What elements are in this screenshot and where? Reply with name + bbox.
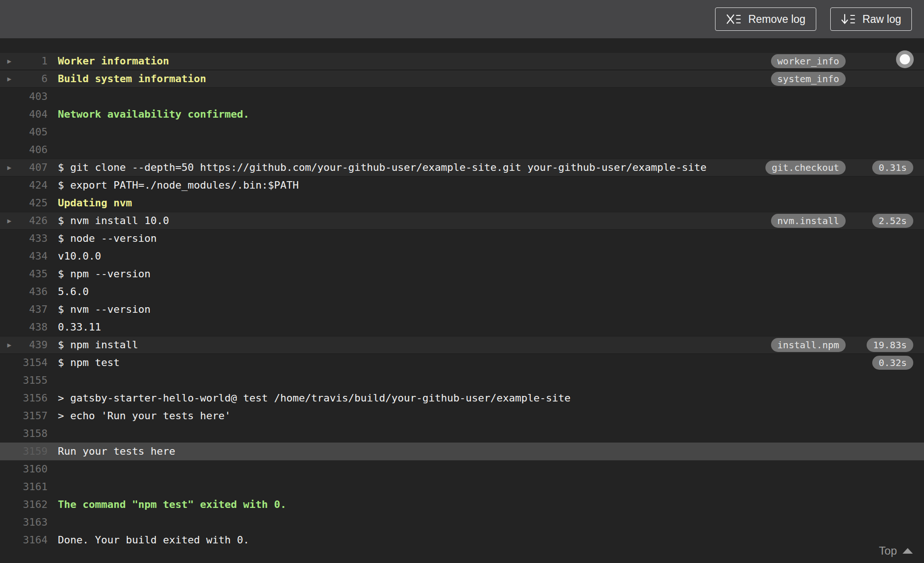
log-row: ▶439$ npm installinstall.npm19.83s xyxy=(0,336,924,354)
log-text: v10.0.0 xyxy=(58,247,711,265)
line-number[interactable]: 433 xyxy=(19,230,48,247)
log-row: 4365.6.0 xyxy=(0,283,924,301)
caret-up-icon xyxy=(903,548,913,554)
line-number[interactable]: 3163 xyxy=(19,514,48,531)
log-text: $ git clone --depth=50 https://github.co… xyxy=(58,159,711,176)
line-number[interactable]: 3158 xyxy=(19,425,48,443)
log-text: $ nvm install 10.0 xyxy=(58,212,711,230)
line-number[interactable]: 434 xyxy=(19,247,48,265)
log-row: 437$ nvm --version xyxy=(0,301,924,318)
log-row: 3156> gatsby-starter-hello-world@ test /… xyxy=(0,389,924,407)
line-number[interactable]: 3160 xyxy=(19,460,48,478)
log-row: 424$ export PATH=./node_modules/.bin:$PA… xyxy=(0,176,924,194)
line-number[interactable]: 403 xyxy=(19,88,48,106)
fold-toggle-icon[interactable]: ▶ xyxy=(0,212,19,230)
log-row: 3158 xyxy=(0,425,924,443)
stage-tag-badge: install.npm xyxy=(771,338,846,352)
log-row: ▶426$ nvm install 10.0nvm.install2.52s xyxy=(0,212,924,230)
line-number[interactable]: 424 xyxy=(19,176,48,194)
line-number[interactable]: 3154 xyxy=(19,354,48,372)
log-text: The command "npm test" exited with 0. xyxy=(58,496,711,514)
line-number[interactable]: 3155 xyxy=(19,372,48,389)
remove-log-label: Remove log xyxy=(748,13,806,26)
log-row: 4380.33.11 xyxy=(0,318,924,336)
line-number[interactable]: 3159 xyxy=(19,443,48,460)
download-log-list-icon xyxy=(841,13,856,25)
fold-toggle-icon[interactable]: ▶ xyxy=(0,52,19,70)
duration-badge: 0.32s xyxy=(872,356,913,370)
log-row: 3162The command "npm test" exited with 0… xyxy=(0,496,924,514)
log-text: Worker information xyxy=(58,52,711,70)
line-number[interactable]: 435 xyxy=(19,265,48,283)
fold-toggle-icon[interactable]: ▶ xyxy=(0,159,19,176)
stage-tag-badge: system_info xyxy=(771,72,846,86)
log-row: 3157> echo 'Run your tests here' xyxy=(0,407,924,425)
stage-tag-badge: git.checkout xyxy=(765,161,846,175)
top-link-label: Top xyxy=(879,544,897,557)
line-number[interactable]: 439 xyxy=(19,336,48,354)
line-number[interactable]: 406 xyxy=(19,141,48,159)
log-text: > echo 'Run your tests here' xyxy=(58,407,711,425)
log-row: 3154$ npm test0.32s xyxy=(0,354,924,372)
duration-badge: 19.83s xyxy=(867,338,913,352)
line-number[interactable]: 425 xyxy=(19,194,48,212)
log-text: > gatsby-starter-hello-world@ test /home… xyxy=(58,389,711,407)
scroll-position-dot xyxy=(900,54,910,64)
line-number[interactable]: 436 xyxy=(19,283,48,301)
duration-badge: 0.31s xyxy=(872,161,913,175)
line-number[interactable]: 3162 xyxy=(19,496,48,514)
line-number[interactable]: 407 xyxy=(19,159,48,176)
line-number[interactable]: 3157 xyxy=(19,407,48,425)
log-toolbar: Remove log Raw log xyxy=(0,0,924,38)
log-row: ▶1Worker informationworker_info xyxy=(0,52,924,70)
line-number[interactable]: 438 xyxy=(19,318,48,336)
fold-toggle-icon[interactable]: ▶ xyxy=(0,70,19,88)
scroll-to-top-link[interactable]: Top xyxy=(879,544,913,557)
log-text: $ npm test xyxy=(58,354,711,372)
log-text: $ nvm --version xyxy=(58,301,711,318)
stage-tag-badge: nvm.install xyxy=(771,214,846,228)
log-row: 404Network availability confirmed. xyxy=(0,106,924,123)
remove-log-button[interactable]: Remove log xyxy=(715,7,816,31)
log-row: 3160 xyxy=(0,460,924,478)
log-row: ▶407$ git clone --depth=50 https://githu… xyxy=(0,159,924,176)
log-row: 433$ node --version xyxy=(0,230,924,247)
line-number[interactable]: 3161 xyxy=(19,478,48,496)
log-text: Network availability confirmed. xyxy=(58,106,711,123)
log-text: Build system information xyxy=(58,70,711,88)
log-text: Updating nvm xyxy=(58,194,711,212)
line-number[interactable]: 404 xyxy=(19,106,48,123)
log-rows: ▶1Worker informationworker_info▶6Build s… xyxy=(0,52,924,549)
log-text: 0.33.11 xyxy=(58,318,711,336)
line-number[interactable]: 405 xyxy=(19,123,48,141)
log-text: Run your tests here xyxy=(58,443,711,460)
line-number[interactable]: 426 xyxy=(19,212,48,230)
log-row: 3155 xyxy=(0,372,924,389)
raw-log-label: Raw log xyxy=(862,13,901,26)
line-number[interactable]: 3156 xyxy=(19,389,48,407)
fold-toggle-icon[interactable]: ▶ xyxy=(0,336,19,354)
log-row: 435$ npm --version xyxy=(0,265,924,283)
line-number[interactable]: 437 xyxy=(19,301,48,318)
scroll-position-indicator xyxy=(896,50,914,68)
duration-badge: 2.52s xyxy=(872,214,913,228)
log-row: 425Updating nvm xyxy=(0,194,924,212)
raw-log-button[interactable]: Raw log xyxy=(830,7,912,31)
log-text: $ npm install xyxy=(58,336,711,354)
log-row: 406 xyxy=(0,141,924,159)
log-text: Done. Your build exited with 0. xyxy=(58,531,711,549)
log-row: ▶6Build system informationsystem_info xyxy=(0,70,924,88)
log-text: 5.6.0 xyxy=(58,283,711,301)
clear-log-list-icon xyxy=(726,13,742,25)
log-row: 3163 xyxy=(0,514,924,531)
line-number[interactable]: 3164 xyxy=(19,531,48,549)
log-body: ▶1Worker informationworker_info▶6Build s… xyxy=(0,38,924,563)
line-number[interactable]: 6 xyxy=(19,70,48,88)
line-number[interactable]: 1 xyxy=(19,52,48,70)
log-row: 405 xyxy=(0,123,924,141)
log-text: $ npm --version xyxy=(58,265,711,283)
log-text: $ node --version xyxy=(58,230,711,247)
log-text: $ export PATH=./node_modules/.bin:$PATH xyxy=(58,176,711,194)
build-log-screen: Remove log Raw log ▶1Worker informationw… xyxy=(0,0,924,563)
log-row: 403 xyxy=(0,88,924,106)
